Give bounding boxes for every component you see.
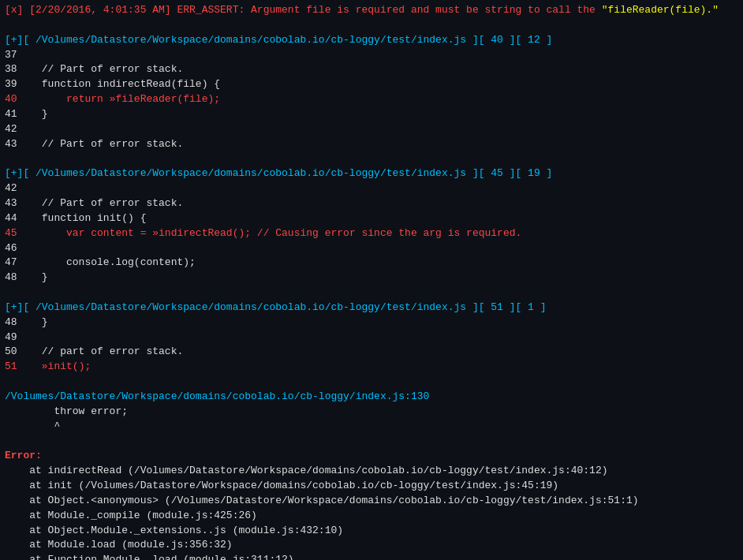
terminal-line: 48 } (0, 315, 743, 330)
terminal-line: [+][ /Volumes/Datastore/Workspace/domain… (0, 166, 743, 181)
terminal-line: at Object.Module._extensions..js (module… (0, 524, 743, 539)
terminal-line: throw error; (0, 405, 743, 420)
terminal-line: 49 (0, 330, 743, 345)
terminal-line: at indirectRead (/Volumes/Datastore/Work… (0, 464, 743, 479)
terminal-line: 37 (0, 48, 743, 63)
terminal-line: at Module.load (module.js:356:32) (0, 538, 743, 553)
terminal-line: 43 // Part of error stack. (0, 196, 743, 211)
terminal-line: Error: (0, 449, 743, 464)
terminal-line: 50 // part of error stack. (0, 345, 743, 360)
terminal-line (0, 375, 743, 390)
terminal-line: 38 // Part of error stack. (0, 62, 743, 77)
terminal-line: at Function.Module._load (module.js:311:… (0, 553, 743, 560)
terminal-line: [+][ /Volumes/Datastore/Workspace/domain… (0, 33, 743, 48)
terminal-line (0, 286, 743, 301)
terminal-line: at Object.<anonymous> (/Volumes/Datastor… (0, 494, 743, 509)
terminal-line: [x] [2/20/2016, 4:01:35 AM] ERR_ASSERT: … (0, 3, 743, 18)
terminal-line: 45 var content = »indirectRead(); // Cau… (0, 226, 743, 241)
terminal-line: at Module._compile (module.js:425:26) (0, 509, 743, 524)
terminal-line: at init (/Volumes/Datastore/Workspace/do… (0, 479, 743, 494)
terminal-line: 44 function init() { (0, 211, 743, 226)
terminal-line: 48 } (0, 271, 743, 286)
terminal-line: 42 (0, 181, 743, 196)
terminal-line: 42 (0, 122, 743, 137)
terminal-line: ^ (0, 420, 743, 435)
terminal-line: 40 return »fileReader(file); (0, 92, 743, 107)
terminal-line: 39 function indirectRead(file) { (0, 77, 743, 92)
terminal-line (0, 18, 743, 33)
terminal: [x] [2/20/2016, 4:01:35 AM] ERR_ASSERT: … (0, 0, 743, 560)
terminal-line (0, 151, 743, 166)
terminal-line: 51 »init(); (0, 360, 743, 375)
terminal-line: 43 // Part of error stack. (0, 137, 743, 152)
terminal-line: 46 (0, 241, 743, 256)
terminal-line: /Volumes/Datastore/Workspace/domains/cob… (0, 390, 743, 405)
terminal-line (0, 434, 743, 449)
terminal-line: 41 } (0, 107, 743, 122)
terminal-line: [+][ /Volumes/Datastore/Workspace/domain… (0, 301, 743, 315)
terminal-line: 47 console.log(content); (0, 256, 743, 271)
